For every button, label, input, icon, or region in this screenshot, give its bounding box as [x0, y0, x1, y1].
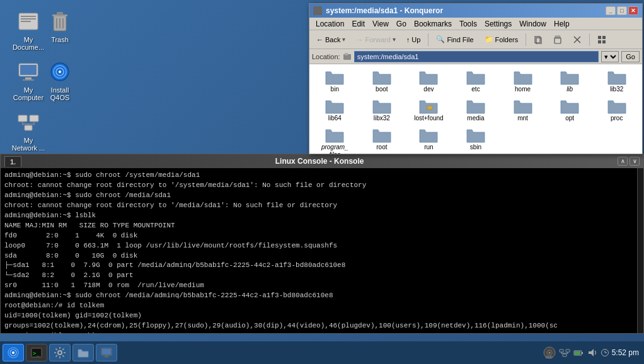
location-label: Location: — [312, 53, 340, 60]
delete-button[interactable] — [568, 32, 586, 47]
file-boot[interactable]: boot — [359, 67, 405, 94]
monitor-taskbar-icon — [100, 346, 113, 359]
svg-point-50 — [548, 352, 550, 354]
file-program-files[interactable]: program_files — [312, 125, 358, 154]
svg-rect-32 — [602, 36, 606, 39]
konsole-down-button[interactable]: ∨ — [630, 157, 640, 166]
clock-tray-icon — [601, 348, 609, 357]
konqueror-locationbar: Location: ▾ Go — [309, 49, 642, 64]
file-lost-found-label: lost+found — [414, 115, 443, 122]
toolbar-separator-3 — [589, 33, 590, 46]
taskbar-clock: 5:52 pm — [612, 348, 639, 357]
back-button[interactable]: ← Back ▾ — [312, 32, 350, 47]
file-lost-found[interactable]: lost+found — [406, 96, 452, 123]
folders-button[interactable]: 📁 Folders — [480, 32, 523, 47]
file-run-label: run — [424, 144, 433, 151]
file-lib32-label: lib32 — [610, 86, 623, 93]
forward-dropdown-icon[interactable]: ▾ — [393, 36, 396, 43]
file-libx32-label: libx32 — [374, 115, 390, 122]
file-run[interactable]: run — [406, 125, 452, 154]
battery-tray-icon — [573, 347, 584, 358]
file-sbin[interactable]: sbin — [453, 125, 499, 154]
file-media[interactable]: media — [453, 96, 499, 123]
folder-taskbar-icon — [77, 346, 89, 359]
menu-help[interactable]: Help — [550, 20, 573, 28]
menu-view[interactable]: View — [369, 20, 393, 28]
svg-rect-20 — [25, 125, 32, 130]
folder-dev-icon — [418, 68, 439, 86]
file-lib64[interactable]: lib64 — [312, 96, 358, 123]
maximize-button[interactable]: □ — [617, 6, 627, 15]
dvd-tray-icon[interactable]: DVD — [543, 346, 556, 360]
konsole-up-button[interactable]: ∧ — [618, 157, 628, 166]
menu-go[interactable]: Go — [393, 20, 410, 28]
network-tray-icon — [559, 347, 570, 358]
grid-view-icon — [597, 35, 606, 44]
menu-window[interactable]: Window — [515, 20, 550, 28]
menu-tools[interactable]: Tools — [456, 20, 481, 28]
folder-media-icon — [466, 97, 486, 115]
go-button[interactable]: Go — [621, 51, 640, 62]
file-lib[interactable]: lib — [547, 67, 593, 94]
trash-icon — [47, 9, 72, 34]
konsole-titlebar[interactable]: 1. Linux Console - Konsole ∧ ∨ — [1, 154, 643, 168]
up-button[interactable]: ↑ Up — [402, 32, 425, 47]
konqueror-toolbar: ← Back ▾ → Forward ▾ ↑ Up 🔍 Find File 📁 … — [309, 30, 642, 49]
location-icon — [343, 52, 352, 61]
back-dropdown-icon[interactable]: ▾ — [342, 36, 345, 43]
svg-rect-54 — [563, 354, 566, 356]
my-network-icon — [16, 110, 41, 135]
file-mnt[interactable]: mnt — [500, 96, 546, 123]
svg-rect-6 — [57, 12, 63, 15]
file-etc[interactable]: etc — [453, 67, 499, 94]
copy-button[interactable] — [529, 32, 547, 47]
konqueror-window: system:/media/sda1 - Konqueror _ □ ✕ Loc… — [309, 3, 643, 154]
files-taskbar-button[interactable] — [72, 344, 94, 361]
settings-taskbar-button[interactable] — [49, 344, 71, 361]
location-dropdown[interactable]: ▾ — [601, 51, 619, 62]
folders-icon: 📁 — [485, 35, 493, 43]
folder-boot-icon — [372, 68, 392, 86]
file-browser: bin boot dev etc — [309, 64, 642, 154]
konqueror-title: system:/media/sda1 - Konqueror — [326, 6, 606, 15]
folder-run-icon — [418, 126, 439, 144]
file-root-label: root — [376, 144, 387, 151]
folder-proc-icon — [607, 97, 627, 115]
monitor-taskbar-button[interactable] — [96, 344, 117, 361]
folder-lib-icon — [560, 68, 580, 86]
forward-button[interactable]: → Forward ▾ — [352, 32, 400, 47]
desktop-icon-install-q4os[interactable]: InstallQ4OS — [38, 57, 82, 104]
location-input[interactable] — [354, 51, 599, 62]
terminal-line-16: anner),1001(bluetooth) — [4, 331, 633, 333]
paste-button[interactable] — [549, 32, 566, 47]
svg-point-17 — [59, 71, 61, 73]
desktop-icon-my-network[interactable]: MyNetwork ... — [6, 107, 50, 154]
svg-rect-60 — [582, 352, 583, 354]
file-libx32[interactable]: libx32 — [359, 96, 405, 123]
file-home[interactable]: home — [500, 67, 546, 94]
file-root[interactable]: root — [359, 125, 405, 154]
grid-view-button[interactable] — [593, 32, 611, 47]
konqueror-titlebar[interactable]: system:/media/sda1 - Konqueror _ □ ✕ — [309, 4, 642, 18]
file-proc[interactable]: proc — [594, 96, 640, 123]
konsole-scrollbar[interactable] — [637, 168, 643, 333]
terminal-taskbar-button[interactable]: >_ — [26, 344, 47, 361]
menu-location[interactable]: Location — [312, 20, 348, 28]
close-button[interactable]: ✕ — [628, 6, 638, 15]
file-bin[interactable]: bin — [312, 67, 358, 94]
find-file-button[interactable]: 🔍 Find File — [432, 32, 478, 47]
minimize-button[interactable]: _ — [606, 6, 616, 15]
svg-rect-36 — [345, 53, 348, 55]
desktop-icon-trash[interactable]: Trash — [38, 6, 82, 46]
file-opt[interactable]: opt — [547, 96, 593, 123]
system-tray: DVD — [543, 346, 641, 360]
file-dev[interactable]: dev — [406, 67, 452, 94]
menu-edit[interactable]: Edit — [348, 20, 369, 28]
menu-settings[interactable]: Settings — [481, 20, 515, 28]
menu-bookmarks[interactable]: Bookmarks — [410, 20, 456, 28]
svg-rect-61 — [575, 351, 580, 355]
start-button[interactable] — [3, 344, 24, 361]
file-lib32[interactable]: lib32 — [594, 67, 640, 94]
konsole-terminal[interactable]: adminq@debian:~$ sudo chroot /system/med… — [1, 168, 637, 333]
trash-label: Trash — [51, 36, 69, 43]
